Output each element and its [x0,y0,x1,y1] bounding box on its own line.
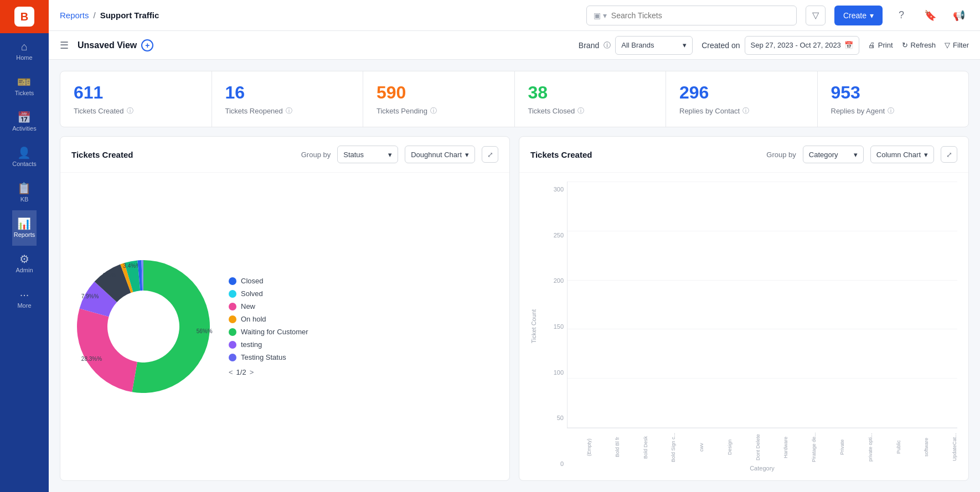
legend-dot [229,303,236,310]
stat-info-icon[interactable]: ⓘ [577,106,584,116]
view-title: Unsaved View + [78,39,153,51]
column-chart-type-select[interactable]: Column Chart ▾ [870,146,934,163]
filter-icon-btn[interactable]: ▽ [806,6,826,25]
tickets-label: Tickets [15,90,34,96]
hamburger-icon[interactable]: ☰ [60,39,69,51]
y-axis-label: 150 [550,323,564,330]
x-axis-label: Piratage de... [792,431,817,464]
doughnut-segment [77,308,137,392]
x-axis-label: UpdateCat... [932,431,957,464]
main-content: Reports / Support Traffic ▣ ▾ ▽ Create ▾… [49,0,980,492]
add-view-icon[interactable]: + [141,39,153,51]
stat-info-icon[interactable]: ⓘ [742,106,749,116]
column-chart-container: 050100150200250300 [550,182,957,472]
stat-label: Replies by Agent ⓘ [831,106,956,116]
column-chart-header: Tickets Created Group by Category ▾ Colu… [519,137,968,173]
stat-value: 16 [225,82,350,103]
pagination-prev[interactable]: < [229,368,233,376]
x-axis-label: Public [876,431,901,464]
activities-label: Activities [12,125,36,132]
stat-card: 590 Tickets Pending ⓘ [363,71,515,127]
sidebar-item-home[interactable]: ⌂Home [12,33,36,69]
y-axis-label: 0 [550,460,564,467]
contacts-icon: 👤 [17,147,31,158]
sidebar-item-tickets[interactable]: 🎫Tickets [12,69,36,104]
sidebar-item-contacts[interactable]: 👤Contacts [12,139,36,175]
admin-label: Admin [16,267,33,273]
y-axis-title: Ticket Count [530,309,537,343]
stat-label: Replies by Contact ⓘ [679,106,804,116]
stat-info-icon[interactable]: ⓘ [888,106,894,116]
sidebar-item-kb[interactable]: 📋KB [12,175,36,210]
date-range-picker[interactable]: Sep 27, 2023 - Oct 27, 2023 📅 [745,36,859,55]
x-axis-label: Bold Desk [623,431,648,464]
print-button[interactable]: 🖨 Print [868,41,893,49]
app-logo[interactable]: B [0,0,49,33]
stats-row: 611 Tickets Created ⓘ 16 Tickets Reopene… [60,71,969,127]
doughnut-chart-card: Tickets Created Group by Status ▾ Doughn… [60,136,510,481]
x-axis-label: Design [708,431,733,464]
refresh-button[interactable]: ↻ Refresh [902,41,936,49]
column-group-by-select[interactable]: Category ▾ [803,146,864,163]
pagination-info: 1/2 [236,368,246,376]
x-axis: (Empty)Bold Bl frBold DeskBold Sign c...… [567,428,957,464]
create-button[interactable]: Create ▾ [834,6,883,25]
help-icon[interactable]: ? [891,6,911,25]
doughnut-chart-body: 56%%28.3%%7.9%%8%%3.4%% ClosedSolvedNewO… [60,173,509,480]
content-area: 611 Tickets Created ⓘ 16 Tickets Reopene… [49,60,980,492]
brand-select[interactable]: All Brands ▾ [615,36,693,55]
breadcrumb-reports[interactable]: Reports [60,11,89,20]
legend-pagination[interactable]: < 1/2 > [229,368,308,376]
sidebar-item-more[interactable]: ···More [12,281,36,317]
bookmark-icon[interactable]: 🔖 [920,6,940,25]
created-on-label: Created on [702,41,740,50]
filter-button[interactable]: ▽ Filter [945,41,969,49]
brand-section: Brand ⓘ All Brands ▾ [579,36,693,55]
doughnut-segment [132,260,210,393]
reports-label: Reports [14,231,35,238]
more-label: More [17,302,31,309]
search-dropdown-icon[interactable]: ▣ ▾ [594,11,607,20]
grid-lines [568,182,957,428]
y-axis-label: 50 [550,415,564,421]
legend-item: Closed [229,277,308,285]
breadcrumb-current: Support Traffic [100,11,159,20]
doughnut-svg: 56%%28.3%%7.9%%8%%3.4%% [71,255,215,398]
stat-label: Tickets Pending ⓘ [376,106,501,116]
legend-text: Waiting for Customer [241,328,308,336]
stat-value: 590 [376,82,501,103]
stat-info-icon[interactable]: ⓘ [430,106,437,116]
doughnut-chart-visual: 56%%28.3%%7.9%%8%%3.4%% [71,255,215,398]
legend-text: Solved [241,289,263,298]
topnav: Reports / Support Traffic ▣ ▾ ▽ Create ▾… [49,0,980,31]
pagination-next[interactable]: > [250,368,254,376]
sidebar: B ⌂Home🎫Tickets📅Activities👤Contacts📋KB📊R… [0,0,49,492]
notification-icon[interactable]: 📢 [949,6,969,25]
column-expand-btn[interactable]: ⤢ [941,146,957,163]
admin-icon: ⚙ [19,253,29,265]
doughnut-expand-btn[interactable]: ⤢ [482,146,498,163]
sidebar-item-activities[interactable]: 📅Activities [12,104,36,139]
kb-label: KB [20,196,29,203]
doughnut-chart-title: Tickets Created [71,150,133,159]
column-chart-card: Tickets Created Group by Category ▾ Colu… [519,136,969,481]
doughnut-group-by-label: Group by [301,151,331,159]
logo-icon: B [14,7,34,27]
sidebar-item-admin[interactable]: ⚙Admin [12,246,36,281]
doughnut-chart-type-select[interactable]: Doughnut Chart ▾ [405,146,475,163]
column-chart-title: Tickets Created [530,150,592,159]
x-axis-label: cwv [679,431,704,464]
chart-area: (Empty)Bold Bl frBold DeskBold Sign c...… [567,182,957,472]
brand-info-icon[interactable]: ⓘ [604,40,611,50]
stat-info-icon[interactable]: ⓘ [127,106,133,116]
legend-item: On hold [229,315,308,323]
stat-card: 953 Replies by Agent ⓘ [818,71,969,127]
x-axis-label: Bold Bl fr [595,431,620,464]
stat-card: 38 Tickets Closed ⓘ [515,71,667,127]
sidebar-item-reports[interactable]: 📊Reports [12,210,36,246]
doughnut-group-by-select[interactable]: Status ▾ [337,146,398,163]
search-input[interactable] [611,11,790,20]
stat-info-icon[interactable]: ⓘ [286,106,292,116]
x-axis-label: private opti... [848,431,873,464]
column-chart-inner: 050100150200250300 [550,182,957,472]
